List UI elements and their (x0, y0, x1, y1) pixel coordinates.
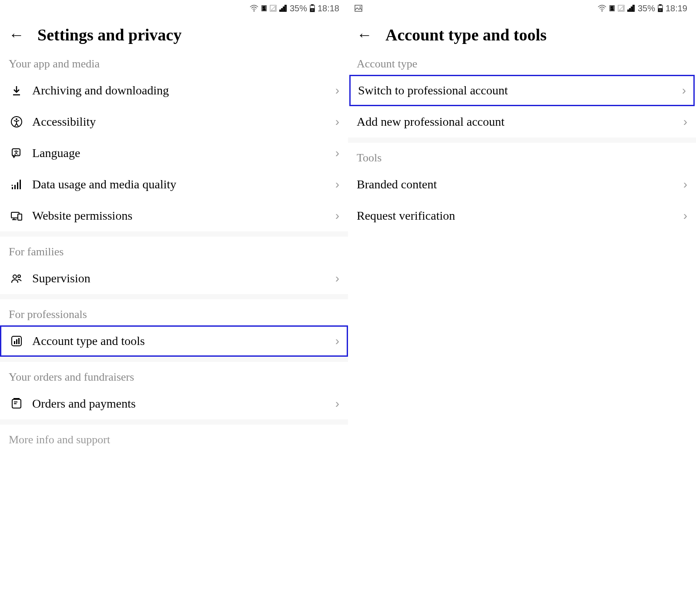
svg-rect-7 (285, 5, 286, 11)
svg-text:文: 文 (13, 150, 19, 155)
signal-bars-icon (9, 177, 24, 192)
sim-icon: 1 (609, 5, 615, 12)
section-divider (0, 294, 348, 299)
svg-point-30 (360, 7, 361, 8)
item-language[interactable]: 文 Language › (0, 137, 348, 169)
chevron-right-icon: › (335, 115, 339, 129)
svg-rect-17 (17, 182, 18, 189)
battery-icon (310, 4, 315, 12)
item-website-permissions[interactable]: Website permissions › (0, 200, 348, 231)
chevron-right-icon: › (335, 271, 339, 285)
chevron-right-icon: › (335, 397, 339, 411)
accessibility-icon (9, 114, 24, 130)
item-label: Branded content (357, 177, 683, 191)
signal-icon-2 (279, 5, 287, 12)
item-accessibility[interactable]: Accessibility › (0, 106, 348, 137)
chevron-right-icon: › (335, 84, 339, 97)
section-header-families: For families (0, 237, 348, 263)
chevron-right-icon: › (683, 209, 687, 223)
picture-icon (355, 5, 362, 12)
svg-rect-10 (311, 9, 314, 11)
section-header-app-media: Your app and media (0, 49, 348, 75)
svg-point-22 (13, 275, 17, 278)
chevron-right-icon: › (682, 84, 686, 97)
chevron-right-icon: › (683, 177, 687, 191)
svg-rect-37 (631, 7, 632, 11)
wifi-icon (598, 5, 606, 12)
chevron-right-icon: › (335, 209, 339, 223)
svg-rect-29 (355, 5, 362, 11)
status-bar-right: 1 35% 18:19 (348, 0, 696, 17)
chevron-right-icon: › (335, 146, 339, 160)
svg-rect-4 (280, 10, 281, 11)
battery-percent: 35% (290, 3, 307, 13)
chart-icon (9, 333, 24, 349)
svg-rect-5 (281, 9, 283, 11)
section-divider (0, 231, 348, 237)
status-bar-left: 1 35% 18:18 (0, 0, 348, 17)
devices-icon (9, 208, 24, 224)
chevron-right-icon: › (335, 334, 339, 348)
page-title: Account type and tools (385, 25, 547, 44)
header-right: ← Account type and tools (348, 17, 696, 49)
svg-point-23 (18, 275, 20, 278)
back-button[interactable]: ← (357, 26, 372, 44)
svg-rect-41 (659, 9, 662, 11)
section-header-professionals: For professionals (0, 299, 348, 325)
section-divider (0, 419, 348, 425)
item-switch-professional[interactable]: Switch to professional account › (349, 75, 695, 106)
svg-rect-36 (629, 9, 631, 11)
section-header-tools: Tools (348, 143, 696, 169)
sim-icon: 1 (261, 5, 267, 12)
signal-icon-2 (627, 5, 635, 12)
svg-text:1: 1 (611, 6, 613, 11)
language-icon: 文 (9, 145, 24, 161)
svg-rect-15 (12, 187, 13, 189)
back-button[interactable]: ← (9, 26, 24, 44)
svg-rect-40 (659, 4, 661, 5)
item-label: Website permissions (32, 209, 335, 223)
status-time: 18:19 (666, 3, 687, 13)
svg-rect-35 (628, 10, 629, 11)
item-account-type-tools[interactable]: Account type and tools › (0, 325, 348, 357)
svg-point-0 (253, 10, 254, 12)
download-icon (9, 83, 24, 98)
screen-account-type-tools: 1 35% 18:19 ← Account type and tools Acc… (348, 0, 696, 616)
battery-percent: 35% (638, 3, 655, 13)
wifi-icon (250, 5, 258, 12)
screen-settings-privacy: 1 35% 18:18 ← Settings and privacy Your … (0, 0, 348, 616)
item-label: Request verification (357, 209, 683, 223)
svg-rect-25 (14, 341, 15, 344)
item-request-verification[interactable]: Request verification › (348, 200, 696, 231)
item-label: Data usage and media quality (32, 177, 335, 191)
item-branded-content[interactable]: Branded content › (348, 169, 696, 200)
svg-rect-18 (20, 180, 21, 189)
signal-icon-1 (618, 5, 625, 12)
item-label: Archiving and downloading (32, 84, 335, 97)
svg-rect-21 (18, 214, 22, 220)
item-data-usage[interactable]: Data usage and media quality › (0, 169, 348, 200)
item-archiving-downloading[interactable]: Archiving and downloading › (0, 75, 348, 106)
item-label: Orders and payments (32, 397, 335, 411)
item-label: Switch to professional account (358, 84, 682, 97)
item-orders-payments[interactable]: Orders and payments › (0, 388, 348, 419)
svg-rect-38 (633, 5, 634, 11)
item-label: Language (32, 146, 335, 160)
item-label: Supervision (32, 271, 335, 285)
svg-rect-6 (283, 7, 284, 11)
section-divider (348, 137, 696, 143)
item-label: Accessibility (32, 115, 335, 129)
svg-rect-9 (311, 4, 313, 5)
item-label: Add new professional account (357, 115, 683, 129)
section-header-account-type: Account type (348, 49, 696, 75)
signal-icon-1 (270, 5, 277, 12)
header-left: ← Settings and privacy (0, 17, 348, 49)
section-divider (0, 357, 348, 362)
section-header-more-info: More info and support (0, 425, 348, 451)
battery-icon (658, 4, 663, 12)
chevron-right-icon: › (683, 115, 687, 129)
status-time: 18:18 (318, 3, 339, 13)
item-add-professional[interactable]: Add new professional account › (348, 106, 696, 137)
item-supervision[interactable]: Supervision › (0, 263, 348, 294)
item-label: Account type and tools (32, 334, 335, 348)
